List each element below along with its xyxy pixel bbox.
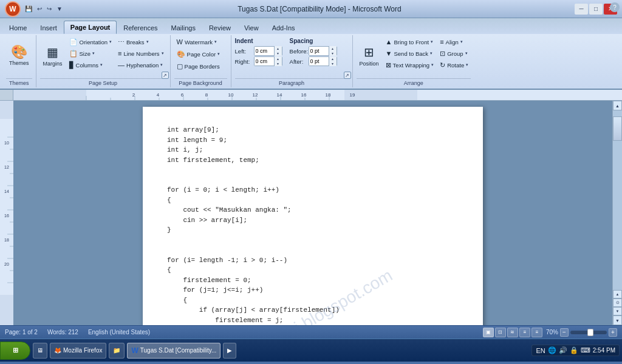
arrange-content: ⊞ Position ▲ Bring to Front ▾ ▼ Send to … <box>357 36 471 77</box>
breaks-icon: ⋯ <box>118 38 125 46</box>
volume-icon[interactable]: 🔊 <box>559 346 567 354</box>
redo-btn[interactable]: ↪ <box>45 4 53 13</box>
full-screen-view-btn[interactable]: ⊡ <box>495 328 506 337</box>
scroll-track[interactable] <box>613 110 622 290</box>
help-button[interactable]: ? <box>610 2 620 12</box>
zoom-thumb[interactable] <box>587 329 593 336</box>
doc-line: int i, j; <box>167 145 459 155</box>
select-browse[interactable]: ⊙ <box>613 298 622 307</box>
watermark-button[interactable]: W Watermark ▾ <box>174 36 220 47</box>
page-color-button[interactable]: 🎨 Page Color ▾ <box>174 49 223 59</box>
undo-btn[interactable]: ↩ <box>35 4 44 13</box>
indent-block: Indent Left: ▲ ▼ <box>235 36 282 66</box>
themes-button[interactable]: 🎨 Themes <box>6 36 32 75</box>
before-spacing-spinbox[interactable]: ▲ ▼ <box>309 46 337 56</box>
save-btn[interactable]: 💾 <box>23 4 34 13</box>
document-area: tutorial-mj.blogspot.com int array[9]; i… <box>13 101 612 325</box>
scroll-up-btn[interactable]: ▲ <box>613 101 622 110</box>
page-setup-expand[interactable]: ↗ <box>162 72 169 79</box>
customize-qa-btn[interactable]: ▼ <box>55 4 64 13</box>
ruler-corner <box>0 90 13 101</box>
document: tutorial-mj.blogspot.com int array[9]; i… <box>143 107 483 325</box>
taskbar-btn-explorer[interactable]: 📁 <box>109 343 125 359</box>
zoom-plus-btn[interactable]: + <box>609 328 617 337</box>
rotate-icon: ↻ <box>440 61 445 69</box>
margins-button[interactable]: ▦ Margins <box>40 36 66 75</box>
taskbar-btn-firefox[interactable]: 🦊 Mozilla Firefox <box>50 343 106 359</box>
text-wrapping-button[interactable]: ⊠ Text Wrapping ▾ <box>383 59 437 70</box>
send-to-back-button[interactable]: ▼ Send to Back ▾ <box>383 48 437 59</box>
vertical-ruler: 10 12 14 16 18 20 <box>0 101 13 325</box>
tab-mailings[interactable]: Mailings <box>165 21 202 34</box>
left-indent-input[interactable] <box>255 47 274 55</box>
taskbar-btn-media[interactable]: ▶ <box>223 343 236 359</box>
minimize-button[interactable]: ─ <box>575 4 588 15</box>
vertical-scrollbar[interactable]: ▲ ▲ ⊙ ▼ ▼ <box>612 101 622 325</box>
scroll-down-btn[interactable]: ▼ <box>613 315 622 325</box>
before-spacing-up[interactable]: ▲ <box>329 46 337 51</box>
taskbar-btn-word[interactable]: W Tugas S.Dat [Compatibility... <box>127 343 220 359</box>
network-icon[interactable]: 🌐 <box>548 346 556 354</box>
tab-page-layout[interactable]: Page Layout <box>64 21 117 34</box>
doc-line: for (i = 0; i < length; i++) <box>167 185 459 195</box>
tab-view[interactable]: View <box>238 21 265 34</box>
security-icon[interactable]: 🔒 <box>570 346 578 354</box>
position-button[interactable]: ⊞ Position <box>357 36 382 75</box>
paragraph-expand[interactable]: ↗ <box>344 72 351 79</box>
time-display: 2:54 PM <box>593 346 615 354</box>
language-tray[interactable]: EN <box>536 347 545 354</box>
after-spacing-down[interactable]: ▼ <box>329 61 337 66</box>
breaks-arrow: ▾ <box>146 39 149 44</box>
after-spacing-up[interactable]: ▲ <box>329 56 337 61</box>
hyphenation-button[interactable]: — Hyphenation ▾ <box>115 59 166 70</box>
tab-add-ins[interactable]: Add-Ins <box>265 21 302 34</box>
draft-view-btn[interactable]: ≡ <box>531 328 542 337</box>
after-spacing-spinbox[interactable]: ▲ ▼ <box>309 56 337 66</box>
themes-content: 🎨 Themes <box>6 36 32 77</box>
before-spacing-input[interactable] <box>309 47 329 55</box>
print-layout-view-btn[interactable]: ▣ <box>483 328 494 337</box>
left-indent-up[interactable]: ▲ <box>275 46 282 51</box>
maximize-button[interactable]: □ <box>589 4 603 15</box>
after-spacing-input[interactable] <box>309 57 329 66</box>
firefox-icon: 🦊 <box>54 347 61 354</box>
page-borders-button[interactable]: ▢ Page Borders <box>174 61 222 72</box>
office-button[interactable]: W <box>5 1 21 17</box>
size-button[interactable]: 📋 Size ▾ <box>67 48 114 59</box>
left-indent-down[interactable]: ▼ <box>275 51 282 56</box>
scroll-next-page[interactable]: ▼ <box>613 307 622 315</box>
tab-insert[interactable]: Insert <box>33 21 64 34</box>
right-indent-spinbox[interactable]: ▲ ▼ <box>254 56 282 66</box>
group-label: Group <box>447 50 463 57</box>
bring-to-front-button[interactable]: ▲ Bring to Front ▾ <box>383 36 437 47</box>
columns-button[interactable]: ▊ Columns ▾ <box>67 59 114 70</box>
right-indent-down[interactable]: ▼ <box>275 61 282 66</box>
left-indent-spinbox[interactable]: ▲ ▼ <box>254 46 282 56</box>
ribbon-content: 🎨 Themes Themes ▦ Margins 📄 Orientation <box>0 34 622 89</box>
input-icon[interactable]: ⌨ <box>581 346 590 354</box>
system-tray: EN 🌐 🔊 🔒 ⌨ 2:54 PM <box>531 345 620 356</box>
scroll-thumb[interactable] <box>613 116 622 141</box>
zoom-minus-btn[interactable]: − <box>560 328 569 337</box>
breaks-button[interactable]: ⋯ Breaks ▾ <box>115 36 166 47</box>
send-back-arrow: ▾ <box>430 51 432 56</box>
status-bar: Page: 1 of 2 Words: 212 English (United … <box>0 325 622 339</box>
page-background-content: W Watermark ▾ 🎨 Page Color ▾ ▢ Page Bord… <box>174 36 227 77</box>
web-layout-view-btn[interactable]: ≋ <box>507 328 518 337</box>
orientation-button[interactable]: 📄 Orientation ▾ <box>67 36 114 47</box>
outline-view-btn[interactable]: ≡ <box>519 328 530 337</box>
tab-references[interactable]: References <box>117 21 164 34</box>
group-button[interactable]: ⊡ Group ▾ <box>437 48 471 59</box>
align-button[interactable]: ≡ Align ▾ <box>437 36 471 47</box>
start-button[interactable]: ⊞ <box>0 342 30 360</box>
scroll-prev-page[interactable]: ▲ <box>613 290 622 298</box>
tab-review[interactable]: Review <box>202 21 238 34</box>
right-indent-input[interactable] <box>255 57 274 66</box>
rotate-button[interactable]: ↻ Rotate ▾ <box>437 59 471 70</box>
taskbar-btn-show-desktop[interactable]: 🖥 <box>33 343 47 359</box>
zoom-track[interactable] <box>570 331 607 334</box>
tab-home[interactable]: Home <box>2 21 33 34</box>
before-spacing-down[interactable]: ▼ <box>329 51 337 56</box>
line-numbers-button[interactable]: ≡ Line Numbers ▾ <box>115 48 166 59</box>
right-indent-up[interactable]: ▲ <box>275 56 282 61</box>
